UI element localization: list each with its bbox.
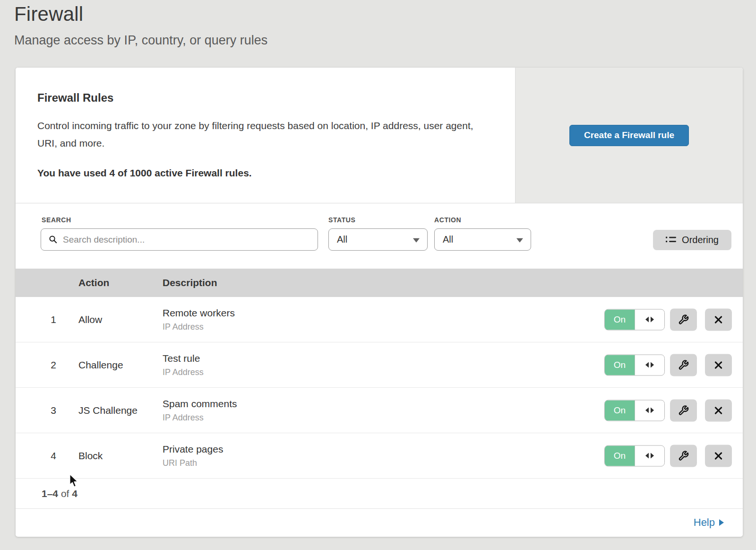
close-icon bbox=[713, 405, 723, 415]
usage-note: You have used 4 of 1000 active Firewall … bbox=[37, 167, 493, 179]
rule-priority: 4 bbox=[44, 450, 63, 462]
pagination-range: 1–4 bbox=[42, 488, 58, 499]
create-firewall-rule-button[interactable]: Create a Firewall rule bbox=[569, 125, 689, 146]
toggle-on-label: On bbox=[605, 355, 635, 375]
table-header: Action Description bbox=[16, 269, 743, 297]
column-header-description: Description bbox=[163, 277, 217, 288]
delete-rule-button[interactable] bbox=[705, 445, 732, 467]
pagination-bar: 1–4 of 4 bbox=[16, 479, 743, 509]
toggle-on-label: On bbox=[605, 400, 635, 420]
pagination-text: 1–4 of 4 bbox=[42, 488, 77, 499]
search-icon bbox=[48, 235, 58, 244]
chevron-down-icon bbox=[516, 238, 523, 242]
action-select[interactable]: All bbox=[434, 228, 531, 251]
pagination-total: 4 bbox=[72, 488, 77, 499]
page-subtitle: Manage access by IP, country, or query r… bbox=[14, 33, 267, 48]
rule-match-type: IP Address bbox=[163, 413, 237, 423]
search-label: SEARCH bbox=[42, 216, 71, 224]
rule-description-cell: Spam comments IP Address bbox=[163, 398, 237, 423]
rule-action: JS Challenge bbox=[78, 405, 137, 416]
toggle-slider-icon bbox=[635, 355, 664, 375]
overview-section: Firewall Rules Control incoming traffic … bbox=[16, 68, 743, 203]
ordered-list-icon bbox=[666, 236, 676, 244]
rule-match-type: URI Path bbox=[163, 458, 223, 468]
chevron-down-icon bbox=[413, 238, 420, 242]
close-icon bbox=[713, 360, 723, 370]
search-box[interactable] bbox=[41, 228, 318, 251]
rule-description-cell: Private pages URI Path bbox=[163, 444, 223, 468]
rule-enabled-toggle[interactable]: On bbox=[604, 309, 665, 330]
edit-rule-button[interactable] bbox=[670, 445, 697, 467]
rule-description-cell: Test rule IP Address bbox=[163, 353, 204, 377]
column-header-action: Action bbox=[78, 277, 109, 288]
toggle-slider-icon bbox=[635, 445, 664, 466]
rule-description: Private pages bbox=[163, 444, 223, 455]
rule-enabled-toggle[interactable]: On bbox=[604, 400, 665, 421]
table-row: 4 Block Private pages URI Path On bbox=[16, 433, 743, 479]
toggle-slider-icon bbox=[635, 309, 664, 330]
rule-action: Allow bbox=[78, 314, 102, 325]
table-row: 1 Allow Remote workers IP Address On bbox=[16, 297, 743, 342]
toggle-slider-icon bbox=[635, 400, 664, 420]
rule-enabled-toggle[interactable]: On bbox=[604, 445, 665, 466]
card-footer: Help bbox=[16, 509, 743, 536]
delete-rule-button[interactable] bbox=[705, 399, 732, 421]
close-icon bbox=[713, 451, 723, 461]
rule-match-type: IP Address bbox=[163, 367, 204, 377]
wrench-icon bbox=[678, 359, 689, 370]
firewall-rules-card: Firewall Rules Control incoming traffic … bbox=[16, 68, 743, 537]
rule-action: Challenge bbox=[78, 359, 123, 371]
overview-heading: Firewall Rules bbox=[37, 91, 493, 105]
arrow-right-icon bbox=[719, 519, 724, 526]
wrench-icon bbox=[678, 314, 689, 325]
ordering-button[interactable]: Ordering bbox=[653, 230, 731, 250]
rule-priority: 2 bbox=[44, 359, 63, 371]
toggle-on-label: On bbox=[605, 309, 635, 330]
edit-rule-button[interactable] bbox=[670, 399, 697, 421]
action-selected-value: All bbox=[443, 234, 453, 245]
rule-priority: 3 bbox=[44, 405, 63, 416]
rule-enabled-toggle[interactable]: On bbox=[604, 354, 665, 375]
help-label: Help bbox=[694, 516, 715, 529]
search-input[interactable] bbox=[63, 235, 309, 245]
rule-description: Remote workers bbox=[163, 307, 235, 319]
pagination-of: of bbox=[61, 488, 69, 499]
toggle-on-label: On bbox=[605, 445, 635, 466]
rule-match-type: IP Address bbox=[163, 322, 235, 332]
page-header: Firewall Manage access by IP, country, o… bbox=[14, 3, 267, 48]
overview-action-panel: Create a Firewall rule bbox=[515, 68, 743, 203]
wrench-icon bbox=[678, 450, 689, 461]
edit-rule-button[interactable] bbox=[670, 354, 697, 376]
ordering-button-label: Ordering bbox=[682, 235, 719, 245]
help-link[interactable]: Help bbox=[694, 516, 724, 529]
rule-description: Test rule bbox=[163, 353, 204, 364]
table-row: 3 JS Challenge Spam comments IP Address … bbox=[16, 388, 743, 433]
edit-rule-button[interactable] bbox=[670, 308, 697, 331]
status-selected-value: All bbox=[337, 234, 347, 245]
overview-text-panel: Firewall Rules Control incoming traffic … bbox=[16, 68, 515, 203]
filter-bar: SEARCH STATUS All ACTION All Orde bbox=[16, 203, 743, 269]
rule-description-cell: Remote workers IP Address bbox=[163, 307, 235, 332]
page-title: Firewall bbox=[14, 3, 267, 26]
delete-rule-button[interactable] bbox=[705, 354, 732, 376]
table-row: 2 Challenge Test rule IP Address On bbox=[16, 342, 743, 388]
rule-description: Spam comments bbox=[163, 398, 237, 410]
close-icon bbox=[713, 314, 723, 324]
rule-priority: 1 bbox=[44, 314, 63, 325]
delete-rule-button[interactable] bbox=[705, 308, 732, 331]
overview-description: Control incoming traffic to your zone by… bbox=[37, 117, 486, 152]
rule-action: Block bbox=[78, 450, 103, 462]
action-label: ACTION bbox=[434, 216, 461, 224]
status-label: STATUS bbox=[328, 216, 356, 224]
wrench-icon bbox=[678, 405, 689, 416]
status-select[interactable]: All bbox=[328, 228, 428, 251]
